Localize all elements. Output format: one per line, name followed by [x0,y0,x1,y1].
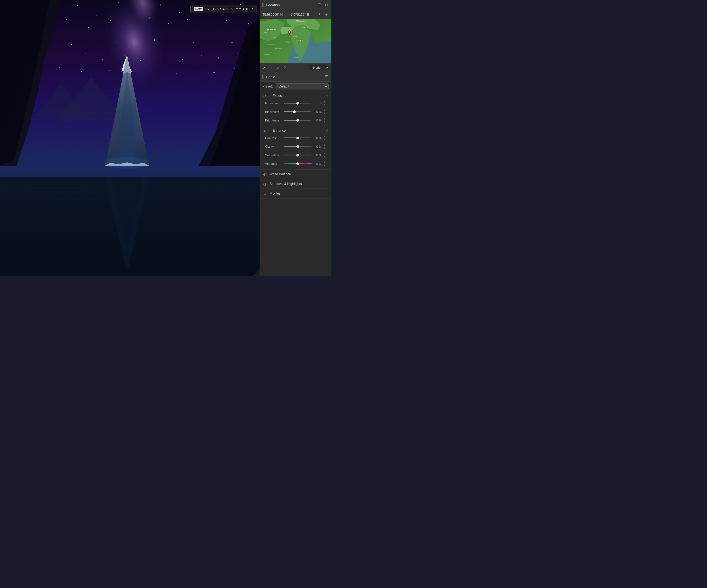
svg-point-22 [148,18,150,19]
preset-label: Preset: [262,84,273,88]
scene-svg [0,0,260,276]
clarity-slider[interactable] [284,146,311,147]
enhance-header: ◈ ✓ Enhance ↺ [262,128,329,134]
profiles-section[interactable]: ⊛ Profiles [260,189,331,199]
contrast-value: 0 % [313,136,322,140]
contrast-stepper[interactable]: ▲▼ [323,135,326,141]
camera-info-badge: RAW ISO 125 ƒ/4.5 35.0mm 1/100s [190,5,257,13]
shadows-highlights-section[interactable]: ◑ Shadows & Highlights [260,179,331,189]
blackpoint-stepper[interactable]: ▲▼ [323,108,326,115]
enhance-section: ◈ ✓ Enhance ↺ Contrast 0 % ▲▼ Clarity [260,126,331,170]
exposure-value: 0 [313,102,322,105]
clarity-slider-label: Clarity [265,145,282,148]
svg-text:Brussels: Brussels [264,54,270,55]
exposure-icon: ⊙ [262,94,267,98]
exposure-reset-btn[interactable]: ↺ [325,94,329,98]
blackpoint-slider-label: Blackpoint [265,110,282,113]
white-balance-icon: ◐ [262,172,267,177]
svg-point-27 [248,23,249,24]
basic-title-row: Basic [262,74,275,79]
coords-icons[interactable]: ⋮ ✦ [317,12,329,18]
brightness-slider[interactable] [284,120,311,120]
svg-point-47 [163,56,163,57]
map-search-btn[interactable]: ⌕ [276,65,280,70]
location-header: Location ☰ ⚙ [260,0,331,10]
svg-text:Paris: Paris [264,32,268,33]
location-icons[interactable]: ☰ ⚙ [317,2,329,8]
profiles-icon: ⊛ [262,191,267,196]
brightness-slider-row: Brightness 0 % ▲▼ [262,116,329,125]
svg-text:Rome: Rome [294,56,299,58]
map-controls: ✕ ⬦ ⌕ ? Hybrid Satellite Map [260,63,331,72]
brightness-value: 0 % [313,119,322,122]
blackpoint-slider-row: Blackpoint 0 % ▲▼ [262,107,329,116]
vibrance-slider-row: Vibrance 0 % ▲▼ [262,159,329,168]
svg-point-18 [66,19,67,20]
vibrance-value: 0 % [313,162,322,165]
svg-point-59 [159,69,159,69]
white-balance-section[interactable]: ◐ White Balance [260,170,331,179]
vibrance-slider[interactable] [284,163,311,164]
basic-section-header: Basic ☰ [260,72,331,82]
exposure-stepper[interactable]: ▲▼ [323,100,326,106]
coords-copy-icon[interactable]: ⋮ [317,12,322,18]
basic-menu-btn[interactable]: ☰ [324,74,329,79]
exposure-slider[interactable] [284,103,311,104]
svg-point-14 [221,13,221,14]
map-help-btn[interactable]: ? [282,65,287,70]
blackpoint-value: 0 % [313,110,322,113]
coordinates-row: 45.986066° N 7.578132° E ⋮ ✦ [260,10,331,19]
svg-text:Marseille: Marseille [275,47,282,49]
exposure-section: ⊙ ✓ Exposure ↺ Exposure 0 ▲▼ Blackpoint [260,91,331,126]
panel-drag-handle [262,3,264,7]
location-settings-icon[interactable]: ⚙ [324,2,329,8]
coords-edit-icon[interactable]: ✦ [324,12,329,18]
svg-point-57 [109,70,110,71]
enhance-reset-btn[interactable]: ↺ [325,129,329,133]
exposure-header: ⊙ ✓ Exposure ↺ [262,93,329,99]
white-balance-label: White Balance [270,172,329,176]
clarity-stepper[interactable]: ▲▼ [323,143,326,150]
vibrance-stepper[interactable]: ▲▼ [323,161,326,167]
svg-text:Lyon: Lyon [273,36,277,38]
saturation-slider-row: Saturation 0 % ▲▼ [262,151,329,159]
map-close-btn[interactable]: ✕ [262,65,267,70]
map-location-btn[interactable]: ⬦ [269,65,274,70]
saturation-slider[interactable] [284,154,311,155]
svg-text:FRANCE: FRANCE [267,28,276,31]
svg-point-19 [88,27,89,28]
shadows-highlights-icon: ◑ [262,181,267,186]
svg-point-50 [217,58,219,59]
contrast-slider[interactable] [284,137,311,138]
saturation-stepper[interactable]: ▲▼ [323,152,326,158]
blackpoint-slider[interactable] [284,111,311,112]
saturation-value: 0 % [313,153,322,157]
exposure-check: ✓ [268,94,271,98]
enhance-check: ✓ [268,129,271,133]
map-type-select[interactable]: Hybrid Satellite Map [309,65,329,70]
svg-point-36 [171,36,171,36]
svg-point-23 [168,23,169,24]
svg-point-56 [81,71,82,72]
svg-point-21 [127,25,127,25]
svg-point-45 [124,55,125,56]
contrast-slider-label: Contrast [265,136,282,140]
brightness-stepper[interactable]: ▲▼ [323,117,326,124]
location-panel: Location ☰ ⚙ 45.986066° N 7.578132° E ⋮ … [260,0,331,72]
svg-point-61 [196,68,196,69]
svg-point-46 [140,60,141,61]
svg-point-35 [154,39,155,41]
contrast-slider-row: Contrast 0 % ▲▼ [262,134,329,142]
svg-point-51 [237,54,238,54]
svg-point-32 [94,38,94,39]
location-list-icon[interactable]: ☰ [317,2,322,8]
right-panel: Location ☰ ⚙ 45.986066° N 7.578132° E ⋮ … [260,0,331,276]
svg-text:ITALY: ITALY [297,39,303,42]
svg-point-85 [289,31,290,33]
svg-text:Toulouse: Toulouse [268,44,275,45]
svg-point-10 [138,9,138,10]
preset-select[interactable]: Default [276,83,329,90]
map-container[interactable]: FRANCE GERMANY ITALY Brussels Paris Muni… [260,19,331,63]
svg-point-60 [176,73,177,74]
svg-point-62 [213,72,214,73]
